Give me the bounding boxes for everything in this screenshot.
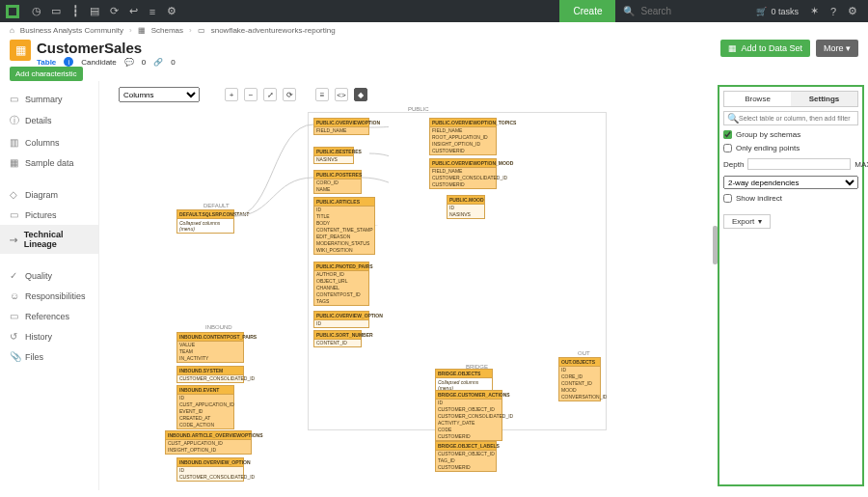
asset-type[interactable]: Table (37, 58, 56, 67)
create-button[interactable]: Create (559, 0, 615, 22)
node-in-ov-option[interactable]: INBOUND.OVERVIEW_OPTION ID CUSTOMER_CONS… (176, 457, 244, 482)
sidebar-item-columns[interactable]: ▥Columns (0, 132, 98, 152)
home-icon[interactable]: ⌂ (10, 26, 14, 35)
node-column: NASINVS (314, 156, 353, 163)
link-icon[interactable]: 🔗 (153, 58, 163, 67)
sidebar-item-lineage[interactable]: ⇢Technical Lineage (0, 225, 98, 254)
columns-dropdown[interactable]: Columns (119, 87, 200, 102)
node-sort-number[interactable]: PUBLIC.SORT_NUMBER CONTENT_ID (313, 330, 362, 347)
node-column: TITLE (314, 213, 374, 220)
topbar: ◷ ▭ ┇ ▤ ⟳ ↩ ≡ ⚙ Create 🔍 🛒 0 tasks ✶ ? ⚙… (0, 0, 868, 22)
tab-browse[interactable]: Browse (724, 92, 791, 106)
refs-icon: ▭ (10, 311, 19, 321)
export-button[interactable]: Export ▾ (723, 214, 771, 229)
diagram-icon: ◇ (10, 189, 19, 200)
help-icon[interactable]: ? (824, 2, 843, 21)
opt-group-by-schemas[interactable]: Group by schemas (723, 130, 858, 139)
node-pmood[interactable]: PUBLIC.MOOD ID NASINVS (447, 195, 485, 219)
diagram-view-button[interactable]: ◆ (354, 88, 367, 101)
chat-icon[interactable]: 💬 (124, 58, 134, 67)
list-view-button[interactable]: ≡ (315, 88, 329, 101)
sidebar-item-history[interactable]: ↺History (0, 326, 98, 346)
zoom-out-button[interactable]: − (244, 88, 258, 101)
global-search[interactable]: 🔍 (615, 0, 750, 22)
node-overview-option2[interactable]: PUBLIC.OVERVIEW_OPTION ID (313, 311, 369, 328)
node-posteres[interactable]: PUBLIC.POSTERES CORO_ID NAME (313, 170, 362, 194)
avatar[interactable]: ⚙︎ (843, 2, 862, 21)
search-icon: 🔍 (623, 6, 635, 16)
opt-only-ending[interactable]: Only ending points (723, 144, 858, 152)
search-icon: 🔍 (727, 113, 739, 124)
sidebar-item-responsibilities[interactable]: ☺Responsibilities (0, 286, 98, 306)
node-in-event[interactable]: INBOUND.EVENT ID CUST_APPLICATION_ID EVE… (176, 385, 234, 429)
depth-input[interactable] (747, 158, 851, 170)
node-besteres[interactable]: PUBLIC.BESTERES NASINVS (313, 147, 354, 164)
tab-settings[interactable]: Settings (791, 92, 857, 106)
node-column: CUSTOMERID (436, 433, 502, 440)
group-by-schemas-checkbox[interactable] (723, 130, 732, 139)
sidebar-item-references[interactable]: ▭References (0, 306, 98, 326)
sparkle-icon[interactable]: ✶ (804, 2, 824, 21)
doc-icon[interactable]: ▤ (85, 2, 104, 21)
node-pnoted-pairs[interactable]: PUBLIC.PNOTED_PAIRS AUTHOR_ID OBJECT_URL… (313, 262, 369, 306)
node-mood[interactable]: PUBLIC.OVERVIEWOPTION_MOOD FIELD_NAME CU… (429, 158, 497, 189)
node-in-contentpost[interactable]: INBOUND.CONTENTPOST_PAIRS VALUE TEAM IN_… (176, 332, 244, 363)
dependencies-select[interactable]: 2-way dependencies (723, 176, 858, 189)
info-icon[interactable]: i (64, 57, 73, 67)
tasks-indicator[interactable]: 🛒 0 tasks (756, 7, 799, 16)
node-column: FIELD_NAME (314, 127, 368, 134)
node-overviewoption[interactable]: PUBLIC.OVERVIEWOPTION FIELD_NAME (313, 118, 369, 135)
crumb-community[interactable]: Business Analysts Community (20, 26, 123, 35)
gear-icon[interactable]: ⚙ (162, 2, 181, 21)
search-input[interactable] (640, 6, 727, 16)
node-bridge-customer-actions[interactable]: BRIDGE.CUSTOMER_ACTIONS ID CUSTOMER_OBJE… (435, 390, 502, 441)
back-icon[interactable]: ↩ (123, 2, 143, 21)
sidebar-item-pictures[interactable]: ▭Pictures (0, 205, 98, 225)
node-topics[interactable]: PUBLIC.OVERVIEWOPTION_TOPICS FIELD_NAME … (429, 118, 497, 155)
node-default-constant[interactable]: DEFAULT.SQLSRP.CONSTANT Collapsed column… (176, 209, 234, 234)
node-bridge-object-labels[interactable]: BRIDGE.OBJECT_LABELS CUSTOMER_OBJECT_ID … (435, 441, 497, 472)
refresh-icon[interactable]: ⟳ (104, 2, 123, 21)
sidebar-item-summary[interactable]: ▭Summary (0, 89, 98, 109)
node-column: CONTENT_ID (314, 340, 361, 346)
sidebar-item-sample[interactable]: ▦Sample data (0, 152, 98, 173)
more-button[interactable]: More ▾ (816, 40, 858, 57)
node-out-objects[interactable]: OUT.OBJECTS ID CORE_ID CONTENT_ID MOOD C… (558, 357, 601, 401)
sample-icon: ▦ (10, 157, 19, 168)
crumb-schemas[interactable]: Schemas (151, 26, 183, 35)
folder-icon[interactable]: ▭ (46, 2, 66, 21)
refresh-button[interactable]: ⟳ (283, 88, 296, 101)
details-icon: ⓘ (10, 114, 19, 127)
db-icon: ▭ (198, 26, 205, 35)
node-column: CHANNEL (314, 285, 368, 291)
node-column: MOOD (559, 387, 600, 394)
node-in-article-ov[interactable]: INBOUND.ARTICLE_OVERVIEWOPTIONS CUST_APP… (165, 430, 252, 455)
tree-icon[interactable]: ┇ (66, 2, 85, 21)
node-in-system[interactable]: INBOUND.SYSTEM CUSTOMER_CONSOLIDATED_ID (176, 366, 244, 383)
node-title: BRIDGE.OBJECTS (436, 370, 492, 378)
crumb-db[interactable]: snowflake-adventureworks-reporting (211, 26, 336, 35)
lineage-filter[interactable]: 🔍 (723, 111, 858, 125)
dashboard-icon[interactable]: ◷ (27, 2, 46, 21)
add-to-dataset-button[interactable]: ▦ Add to Data Set (720, 40, 810, 57)
sidebar-item-quality[interactable]: ✓Quality (0, 265, 98, 286)
sidebar-item-files[interactable]: 📎Files (0, 346, 98, 367)
code-view-button[interactable]: <> (335, 88, 348, 101)
app-logo[interactable] (6, 5, 19, 18)
opt-show-indirect[interactable]: Show indirect (723, 194, 858, 203)
zoom-in-button[interactable]: + (225, 88, 238, 101)
show-indirect-checkbox[interactable] (723, 194, 732, 203)
quality-icon: ✓ (10, 270, 19, 281)
list-icon[interactable]: ≡ (143, 2, 162, 21)
sidebar: ▭Summary ⓘDetails ▥Columns ▦Sample data … (0, 81, 99, 490)
canvas-scrollbar[interactable] (713, 226, 718, 264)
only-ending-checkbox[interactable] (723, 144, 732, 152)
lineage-canvas[interactable]: Columns + − ⤢ ⟳ ≡ <> ◆ PUBLIC DEFAULT IN… (99, 81, 718, 490)
node-articles[interactable]: PUBLIC.ARTICLES ID TITLE BODY CONTENT_TI… (313, 197, 375, 255)
fit-button[interactable]: ⤢ (263, 88, 277, 101)
sidebar-item-diagram[interactable]: ◇Diagram (0, 184, 98, 205)
add-characteristic-button[interactable]: Add characteristic (10, 67, 83, 81)
node-title: PUBLIC.POSTERES (314, 171, 361, 179)
filter-input[interactable] (739, 115, 854, 122)
sidebar-item-details[interactable]: ⓘDetails (0, 109, 98, 132)
